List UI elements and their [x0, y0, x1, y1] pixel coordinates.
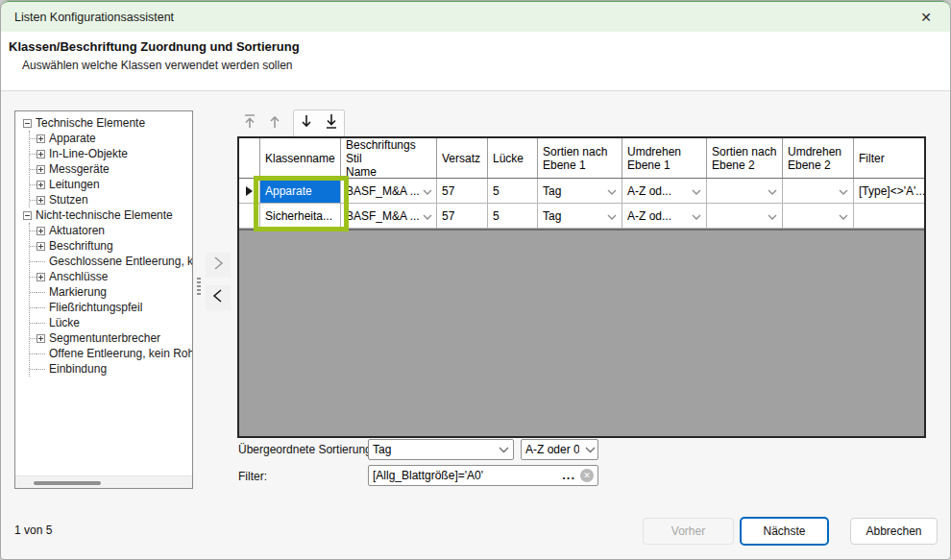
move-left-button[interactable] — [206, 285, 231, 310]
filter-input[interactable] — [369, 469, 559, 482]
dropdown-chevron-icon[interactable] — [582, 443, 596, 456]
cell-text: A-Z od... — [627, 184, 671, 198]
dropdown-chevron-icon[interactable] — [689, 184, 701, 198]
tree-item-label: Lücke — [49, 316, 80, 329]
window-title: Listen Konfigurationsassistent — [14, 11, 174, 24]
tree-item-label: Messgeräte — [49, 162, 110, 176]
cell-klassenname[interactable]: Sicherheita... — [260, 204, 341, 228]
expand-icon[interactable] — [37, 165, 45, 174]
tree-item-flie-richtungspfeil[interactable]: Fließrichtungspfeil — [30, 300, 192, 315]
row-selector-cell[interactable] — [239, 179, 260, 203]
tree-children-group: ApparateIn-Line-ObjekteMessgeräteLeitung… — [29, 131, 192, 207]
table-row: Apparate BASF_M&A ... 57 5 Tag A-Z od... — [239, 179, 924, 204]
tree-item-einbindung[interactable]: Einbindung — [30, 361, 192, 377]
cell-filter[interactable] — [854, 204, 924, 228]
next-button[interactable]: Nächste — [740, 517, 829, 546]
cell-sortien-nach-ebene-1[interactable]: Tag — [538, 204, 622, 228]
move-to-bottom-button[interactable] — [319, 110, 344, 136]
collapse-icon[interactable] — [23, 211, 32, 220]
cell-versatz[interactable]: 57 — [437, 204, 488, 228]
tree-item-label: Technische Elemente — [36, 116, 145, 130]
tree-item-l-cke[interactable]: Lücke — [30, 315, 192, 330]
dropdown-chevron-icon[interactable] — [836, 209, 848, 223]
cell-sortien-nach-ebene-2[interactable] — [707, 204, 783, 228]
tree-connector — [30, 231, 37, 231]
tree-item-leitungen[interactable]: Leitungen — [30, 177, 192, 192]
tree-item-nicht-technische-elemente[interactable]: Nicht-technische Elemente — [15, 207, 192, 223]
tree-item-anschl-sse[interactable]: Anschlüsse — [30, 269, 192, 284]
sort-order-combobox[interactable]: A-Z oder 0-9 — [521, 439, 598, 460]
cancel-button[interactable]: Abbrechen — [850, 518, 938, 545]
move-to-top-button[interactable] — [237, 110, 262, 136]
cell-luecke[interactable]: 5 — [488, 204, 538, 228]
tree-leaf-dash — [37, 369, 45, 370]
dropdown-chevron-icon[interactable] — [836, 184, 848, 198]
tree-item-geschlossene-entleerung-kei[interactable]: Geschlossene Entleerung, kei — [30, 254, 192, 269]
tree-item-apparate[interactable]: Apparate — [30, 131, 192, 146]
expand-icon[interactable] — [37, 181, 45, 189]
tree-item-label: Markierung — [49, 285, 107, 299]
expand-icon[interactable] — [37, 150, 45, 158]
cell-beschriftungs-stil[interactable]: BASF_M&A ... — [341, 204, 437, 228]
dropdown-chevron-icon[interactable] — [765, 184, 777, 198]
tree-item-stutzen[interactable]: Stutzen — [30, 192, 192, 207]
scrollbar-thumb[interactable] — [34, 481, 101, 485]
cell-umdrehen-ebene-2[interactable] — [783, 204, 854, 228]
tree-horizontal-scrollbar[interactable] — [15, 475, 192, 488]
col-header-versatz: Versatz — [437, 138, 488, 178]
wizard-header: Klassen/Beschriftung Zuordnung und Sorti… — [1, 32, 950, 91]
cell-sortien-nach-ebene-2[interactable] — [707, 179, 783, 203]
tree-item-technische-elemente[interactable]: Technische Elemente — [15, 115, 192, 131]
dropdown-chevron-icon[interactable] — [765, 209, 777, 223]
move-to-top-icon — [242, 113, 257, 134]
parent-sort-combobox[interactable]: Tag — [368, 439, 514, 460]
col-header-filter: Filter — [854, 138, 924, 178]
previous-button[interactable]: Vorher — [643, 518, 734, 545]
move-down-button[interactable] — [294, 110, 319, 136]
row-selector-cell[interactable] — [239, 204, 260, 228]
tree-item-markierung[interactable]: Markierung — [30, 284, 192, 300]
filter-builder-button[interactable]: ... — [559, 471, 578, 480]
tree-item-label: Stutzen — [49, 193, 88, 207]
cell-sortien-nach-ebene-1[interactable]: Tag — [538, 179, 622, 203]
tree-item-segmentunterbrecher[interactable]: Segmentunterbrecher — [30, 330, 192, 346]
expand-icon[interactable] — [37, 196, 45, 205]
col-header-indicator — [239, 138, 260, 178]
dropdown-chevron-icon[interactable] — [420, 184, 432, 198]
tree-leaf-dash — [37, 261, 45, 262]
cell-luecke[interactable]: 5 — [488, 179, 538, 203]
cell-text: BASF_M&A ... — [346, 184, 420, 198]
tree-item-aktuatoren[interactable]: Aktuatoren — [30, 223, 192, 238]
tree-item-in-line-objekte[interactable]: In-Line-Objekte — [30, 146, 192, 161]
dropdown-chevron-icon[interactable] — [420, 209, 432, 223]
collapse-icon[interactable] — [23, 119, 32, 128]
move-up-button[interactable] — [262, 110, 287, 136]
cell-umdrehen-ebene-1[interactable]: A-Z od... — [622, 204, 707, 228]
move-right-button[interactable] — [206, 253, 231, 278]
cell-filter[interactable]: [Type]<>'A'... — [854, 179, 924, 203]
expand-icon[interactable] — [37, 134, 45, 143]
expand-icon[interactable] — [37, 242, 45, 251]
clear-filter-icon[interactable]: ✕ — [580, 469, 594, 482]
cell-umdrehen-ebene-2[interactable] — [783, 179, 854, 203]
cell-text: Tag — [543, 184, 561, 198]
dropdown-chevron-icon[interactable] — [604, 209, 617, 223]
cell-umdrehen-ebene-1[interactable]: A-Z od... — [622, 179, 707, 203]
expand-icon[interactable] — [37, 334, 45, 343]
dropdown-chevron-icon[interactable] — [496, 443, 509, 456]
dropdown-chevron-icon[interactable] — [689, 209, 701, 223]
cell-klassenname[interactable]: Apparate — [260, 179, 341, 203]
dropdown-chevron-icon[interactable] — [604, 184, 617, 198]
tree-item-beschriftung[interactable]: Beschriftung — [30, 238, 192, 254]
tree-item-offene-entleerung-kein-rohr[interactable]: Offene Entleerung, kein Rohr — [30, 346, 192, 361]
table-row: Sicherheita... BASF_M&A ... 57 5 Tag A-Z… — [239, 204, 924, 229]
cell-beschriftungs-stil[interactable]: BASF_M&A ... — [341, 179, 437, 203]
tree-item-messger-te[interactable]: Messgeräte — [30, 161, 192, 177]
cell-versatz[interactable]: 57 — [437, 179, 488, 203]
class-tree: Technische ElementeApparateIn-Line-Objek… — [15, 115, 192, 377]
close-icon[interactable]: ✕ — [914, 6, 939, 29]
splitter-handle[interactable] — [197, 278, 201, 296]
expand-icon[interactable] — [37, 227, 45, 235]
expand-icon[interactable] — [37, 273, 45, 281]
tree-leaf-dash — [37, 307, 45, 308]
